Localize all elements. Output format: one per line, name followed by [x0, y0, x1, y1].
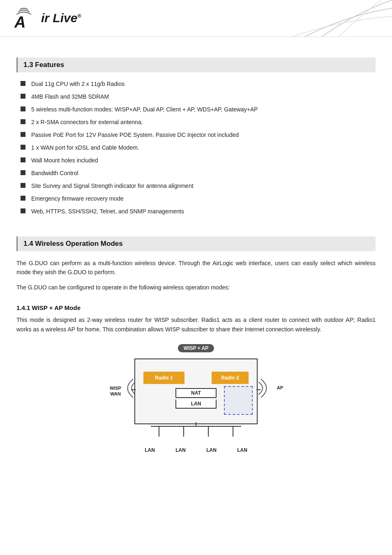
feature-text: 1 x WAN port for xDSL and Cable Modem.: [31, 143, 139, 152]
list-item: Bandwidth Control: [21, 169, 376, 178]
subsection-141-para: This mode is designed as 2-way wireless …: [16, 315, 376, 334]
subsection-141-title: 1.4.1 WISP + AP Mode: [16, 304, 376, 311]
wisp-wan-label: WISP WAN: [110, 385, 121, 397]
list-item: 1 x WAN port for xDSL and Cable Modem.: [21, 143, 376, 152]
list-item: 2 x R-SMA connectors for external antenn…: [21, 118, 376, 127]
list-item: Wall Mount holes included: [21, 156, 376, 165]
bullet-icon: [21, 183, 25, 188]
section-14-para2: The G.DUO can be configured to operate i…: [16, 283, 376, 292]
bullet-icon: [21, 145, 25, 150]
radio2-label: Radio 2: [221, 375, 239, 381]
router-box: Radio 1 Radio 2 NAT LAN: [134, 358, 258, 424]
lan-bottom-2: LAN: [175, 447, 186, 453]
radio1-box: Radio 1: [143, 372, 184, 384]
subsection-141-header: 1.4.1 WISP + AP Mode: [16, 304, 376, 311]
diagram-area: WISP + AP Radio 1 Radio 2: [106, 342, 286, 457]
section-13-header: 1.3 Features: [16, 58, 376, 72]
list-item: Emergency firmware recovery mode: [21, 194, 376, 203]
radio1-label: Radio 1: [155, 375, 173, 381]
bullet-icon: [21, 119, 25, 124]
lan-bottom-3: LAN: [206, 447, 217, 453]
feature-text: Emergency firmware recovery mode: [31, 194, 124, 203]
feature-text: 5 wireless multi-function modes: WISP+AP…: [31, 105, 258, 114]
feature-list: Dual 11g CPU with 2 x 11g/b Radios 4MB F…: [16, 80, 376, 216]
list-item: Dual 11g CPU with 2 x 11g/b Radios: [21, 80, 376, 88]
lan-bottom-1: LAN: [145, 447, 155, 453]
lan-connectors: [134, 422, 258, 447]
bullet-icon: [21, 157, 25, 162]
feature-text: Web, HTTPS, SSH/SSH2, Telnet, and SNMP m…: [31, 207, 184, 216]
list-item: 4MB Flash and 32MB SDRAM: [21, 92, 376, 101]
feature-text: Site Survey and Signal Strength indicato…: [31, 182, 194, 190]
connector-right: [256, 389, 261, 390]
nat-lan-area: NAT LAN: [175, 388, 217, 409]
signal-right-icon: [258, 377, 274, 401]
section-13-title: 1.3 Features: [23, 61, 370, 69]
feature-text: Passive PoE Port for 12V Passive POE Sys…: [31, 131, 239, 139]
logo-area: A ir Live®: [0, 0, 392, 36]
section-14-para1: The G.DUO can perform as a multi-functio…: [16, 259, 376, 277]
bullet-icon: [21, 94, 25, 99]
signal-left-icon: [120, 377, 136, 401]
ap-label: AP: [277, 385, 283, 390]
lan-label: LAN: [191, 401, 201, 407]
list-item: Web, HTTPS, SSH/SSH2, Telnet, and SNMP m…: [21, 207, 376, 216]
feature-text: Bandwidth Control: [31, 169, 78, 178]
lan-box: LAN: [175, 400, 217, 409]
feature-text: 2 x R-SMA connectors for external antenn…: [31, 118, 143, 127]
bullet-icon: [21, 208, 25, 213]
svg-text:A: A: [14, 14, 25, 30]
section-14-title: 1.4 Wireless Operation Modes: [23, 240, 370, 248]
logo-icon: A: [12, 6, 41, 30]
logo-text: ir Live®: [41, 11, 81, 25]
bullet-icon: [21, 81, 25, 86]
feature-text: Dual 11g CPU with 2 x 11g/b Radios: [31, 80, 125, 88]
page-header: A ir Live®: [0, 0, 392, 37]
bullet-icon: [21, 196, 25, 201]
wisp-ap-badge: WISP + AP: [178, 344, 214, 352]
list-item: 5 wireless multi-function modes: WISP+AP…: [21, 105, 376, 114]
lan-bottom-4: LAN: [237, 447, 247, 453]
dotted-area: [224, 386, 253, 415]
radio2-box: Radio 2: [212, 372, 249, 384]
wisp-diagram: WISP + AP Radio 1 Radio 2: [16, 342, 376, 457]
bottom-lan-labels: LAN LAN LAN LAN: [134, 447, 258, 453]
bullet-icon: [21, 170, 25, 175]
connector-left: [131, 389, 136, 390]
page-content: 1.3 Features Dual 11g CPU with 2 x 11g/b…: [0, 37, 392, 474]
list-item: Passive PoE Port for 12V Passive POE Sys…: [21, 131, 376, 139]
nat-label: NAT: [191, 390, 201, 396]
bullet-icon: [21, 132, 25, 137]
feature-text: Wall Mount holes included: [31, 156, 98, 165]
feature-text: 4MB Flash and 32MB SDRAM: [31, 92, 109, 101]
section-14-header: 1.4 Wireless Operation Modes: [16, 236, 376, 251]
nat-box: NAT: [175, 388, 217, 398]
bullet-icon: [21, 106, 25, 111]
list-item: Site Survey and Signal Strength indicato…: [21, 182, 376, 190]
